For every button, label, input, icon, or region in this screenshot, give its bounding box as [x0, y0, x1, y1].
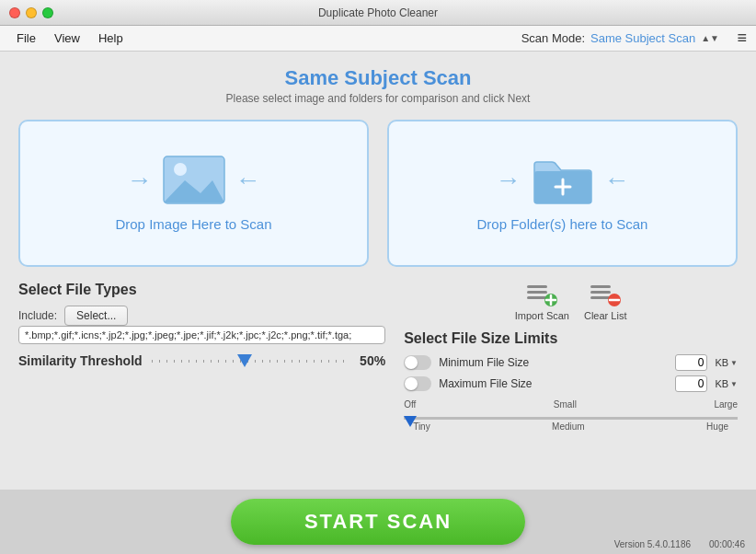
menu-items: File View Help — [9, 29, 131, 48]
max-size-label: Maximum File Size — [439, 377, 668, 390]
scan-mode-prefix: Scan Mode: — [521, 31, 585, 45]
file-types-row: Include: Select... — [18, 306, 385, 326]
window-controls[interactable] — [9, 7, 53, 18]
svg-rect-14 — [590, 296, 611, 299]
svg-rect-6 — [527, 285, 547, 288]
similarity-row: Similarity Threshold 50% — [18, 352, 385, 370]
max-size-input[interactable] — [675, 375, 707, 392]
scale-thumb[interactable] — [404, 416, 417, 427]
include-label: Include: — [18, 309, 57, 322]
folder-icon — [531, 155, 595, 205]
import-scan-icon — [525, 282, 558, 307]
select-button[interactable]: Select... — [64, 306, 128, 326]
file-size-title: Select File Size Limits — [404, 330, 738, 347]
scale-labels-bottom: Tiny Medium Huge — [404, 421, 738, 432]
clear-list-icon — [589, 282, 622, 307]
svg-rect-13 — [590, 291, 611, 294]
minimize-button[interactable] — [26, 7, 37, 18]
version-text: Version 5.4.0.1186 — [614, 539, 691, 549]
left-panel: Select File Types Include: Select... *.b… — [18, 282, 385, 432]
svg-rect-7 — [527, 291, 547, 294]
scale-track[interactable] — [404, 417, 738, 420]
max-file-size-row: Maximum File Size KB ▼ — [404, 375, 738, 392]
folder-zone-icons: → ← — [496, 155, 630, 205]
start-scan-button[interactable]: START SCAN — [231, 499, 525, 545]
window-title: Duplicate Photo Cleaner — [318, 6, 438, 19]
statusbar: Version 5.4.0.1186 00:00:46 — [603, 534, 756, 554]
similarity-label: Similarity Threshold — [18, 353, 143, 368]
clear-list-label: Clear List — [584, 310, 626, 321]
hamburger-menu-button[interactable]: ≡ — [737, 29, 747, 48]
scan-mode-chevron-icon[interactable]: ▲▼ — [701, 33, 719, 43]
max-size-toggle[interactable] — [404, 376, 431, 391]
close-button[interactable] — [9, 7, 20, 18]
max-size-unit[interactable]: KB ▼ — [715, 378, 738, 389]
menu-file[interactable]: File — [9, 29, 43, 48]
time-text: 00:00:46 — [709, 539, 745, 549]
image-icon — [162, 155, 226, 205]
menu-view[interactable]: View — [47, 29, 87, 48]
scale-label-small: Small — [554, 399, 577, 410]
similarity-slider[interactable] — [152, 352, 351, 370]
arrow-left-icon-2: ← — [604, 166, 630, 195]
svg-point-1 — [174, 163, 187, 176]
min-unit-arrow-icon: ▼ — [730, 359, 738, 367]
min-size-toggle[interactable] — [404, 355, 431, 370]
page-subtitle: Please select image and folders for comp… — [18, 92, 738, 105]
image-zone-icons: → ← — [127, 155, 261, 205]
main-content: Same Subject Scan Please select image an… — [0, 52, 756, 432]
min-file-size-row: Minimum File Size KB ▼ — [404, 354, 738, 371]
scale-label-off: Off — [404, 399, 416, 410]
import-scan-button[interactable]: Import Scan — [515, 282, 569, 321]
min-size-unit[interactable]: KB ▼ — [715, 357, 738, 368]
scan-mode-value[interactable]: Same Subject Scan — [590, 31, 695, 45]
maximize-button[interactable] — [42, 7, 53, 18]
min-size-input[interactable] — [675, 354, 707, 371]
similarity-value: 50% — [360, 353, 385, 368]
menu-help[interactable]: Help — [91, 29, 131, 48]
folder-drop-zone[interactable]: → ← Drop Folder(s) here to Scan — [387, 120, 738, 267]
scan-mode-area: Scan Mode: Same Subject Scan ▲▼ — [521, 31, 719, 45]
scale-row: Off Small Large Tiny Medium Huge — [404, 399, 738, 432]
drop-zones: → ← Drop Image Here to Scan → — [18, 120, 738, 267]
scale-label-medium: Medium — [552, 421, 585, 432]
toggle-knob — [405, 356, 418, 369]
slider-thumb[interactable] — [237, 354, 252, 367]
image-drop-label: Drop Image Here to Scan — [115, 216, 271, 232]
min-size-label: Minimum File Size — [439, 356, 668, 369]
image-drop-zone[interactable]: → ← Drop Image Here to Scan — [18, 120, 369, 267]
max-unit-arrow-icon: ▼ — [730, 380, 738, 388]
middle-section: Select File Types Include: Select... *.b… — [18, 282, 738, 432]
titlebar: Duplicate Photo Cleaner — [0, 0, 756, 26]
svg-rect-8 — [527, 296, 547, 299]
right-panel: Import Scan Clear List Select File Size … — [404, 282, 738, 432]
svg-rect-12 — [590, 285, 611, 288]
page-title: Same Subject Scan — [18, 66, 738, 90]
scale-label-huge: Huge — [706, 421, 728, 432]
arrow-left-icon: ← — [235, 166, 261, 195]
page-header: Same Subject Scan Please select image an… — [18, 66, 738, 105]
scale-labels-top: Off Small Large — [404, 399, 738, 410]
import-clear-row: Import Scan Clear List — [404, 282, 738, 321]
arrow-right-icon-2: → — [496, 166, 521, 195]
file-types-value: *.bmp;*.gif;*.icns;*.jp2;*.jpg;*.jpeg;*.… — [18, 326, 385, 344]
scale-track-container: Off Small Large Tiny Medium Huge — [404, 399, 738, 432]
slider-track — [152, 360, 351, 363]
import-scan-label: Import Scan — [515, 310, 569, 321]
arrow-right-icon: → — [127, 166, 153, 195]
clear-list-button[interactable]: Clear List — [584, 282, 626, 321]
menubar: File View Help Scan Mode: Same Subject S… — [0, 26, 756, 52]
file-types-title: Select File Types — [18, 282, 385, 298]
scale-label-large: Large — [714, 399, 738, 410]
folder-drop-label: Drop Folder(s) here to Scan — [477, 216, 648, 232]
toggle-knob-2 — [405, 377, 418, 390]
